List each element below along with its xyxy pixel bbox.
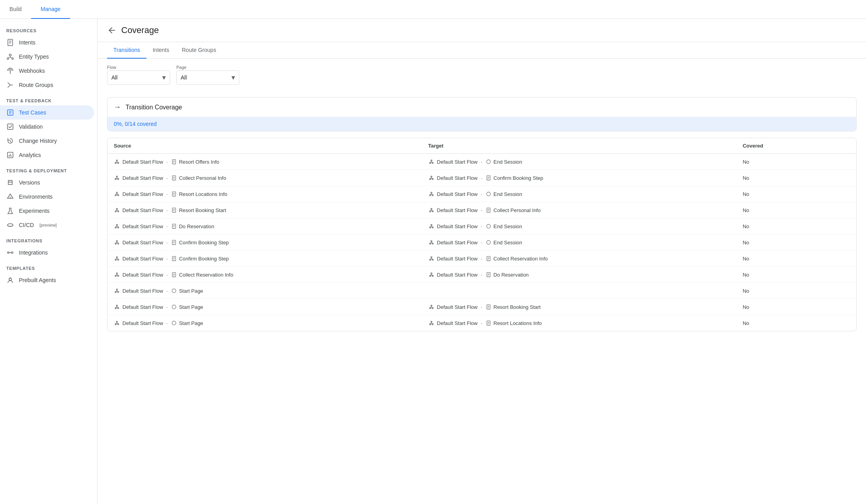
page-name: Collect Personal Info xyxy=(494,207,541,213)
svg-rect-0 xyxy=(8,39,13,46)
svg-point-87 xyxy=(115,211,116,212)
page-title: Coverage xyxy=(121,25,159,35)
svg-point-10 xyxy=(10,70,11,72)
flow-name: Default Start Flow xyxy=(122,191,163,197)
svg-point-70 xyxy=(115,195,116,196)
sidebar-item-environments[interactable]: Environments xyxy=(0,190,94,204)
svg-point-124 xyxy=(115,243,116,244)
flow-icon xyxy=(114,223,120,229)
svg-line-191 xyxy=(117,307,118,308)
flow-select[interactable]: All xyxy=(111,74,162,81)
svg-line-45 xyxy=(430,162,431,162)
page-select[interactable]: All xyxy=(181,74,231,81)
svg-point-41 xyxy=(431,160,432,161)
sidebar-label-entity-types: Entity Types xyxy=(19,54,49,60)
svg-line-126 xyxy=(116,243,117,243)
sidebar-item-validation[interactable]: Validation xyxy=(0,120,94,134)
tab-intents[interactable]: Intents xyxy=(146,42,176,59)
tab-build[interactable]: Build xyxy=(0,0,31,19)
page-name: Confirm Booking Step xyxy=(179,240,229,246)
page-type-icon xyxy=(486,304,491,310)
svg-point-138 xyxy=(487,240,490,244)
svg-line-215 xyxy=(431,323,433,324)
tab-route-groups[interactable]: Route Groups xyxy=(176,42,222,59)
flow-name: Default Start Flow xyxy=(437,191,477,197)
flow-icon xyxy=(114,239,120,246)
page-name: End Session xyxy=(494,159,522,165)
table-row: Default Start Flow - Start Page Default … xyxy=(107,299,856,315)
table-row: Default Start Flow - Resort Offers Info … xyxy=(107,154,856,170)
table-row: Default Start Flow - Confirm Booking Ste… xyxy=(107,234,856,251)
svg-point-172 xyxy=(432,275,433,277)
sidebar-item-route-groups[interactable]: Route Groups xyxy=(0,78,94,92)
page-name: Start Page xyxy=(179,304,203,310)
page-select-wrapper[interactable]: All ▾ xyxy=(176,70,239,85)
sidebar-item-versions[interactable]: Versions xyxy=(0,175,94,190)
sidebar-item-change-history[interactable]: Change History xyxy=(0,134,94,148)
flow-name: Default Start Flow xyxy=(437,240,477,246)
cell-covered: No xyxy=(736,251,856,267)
section-resources: Resources xyxy=(0,22,97,35)
svg-point-195 xyxy=(429,308,431,309)
sidebar-item-prebuilt-agents[interactable]: Prebuilt Agents xyxy=(0,273,94,287)
flow-name: Default Start Flow xyxy=(437,256,477,262)
flow-icon xyxy=(428,255,435,262)
flow-name: Default Start Flow xyxy=(122,304,163,310)
cell-source: Default Start Flow - Resort Booking Star… xyxy=(107,202,422,218)
sidebar-item-test-cases[interactable]: Test Cases xyxy=(0,105,94,120)
back-button[interactable] xyxy=(107,26,117,35)
tab-transitions[interactable]: Transitions xyxy=(107,42,146,59)
page-name: Collect Personal Info xyxy=(179,175,226,181)
integrations-icon xyxy=(6,249,14,257)
page-name: Resort Locations Info xyxy=(179,191,228,197)
page-type-icon xyxy=(486,223,491,229)
flow-icon xyxy=(114,207,120,213)
svg-point-203 xyxy=(116,321,117,322)
page-type-icon xyxy=(171,272,177,277)
svg-line-110 xyxy=(117,227,118,227)
cell-target: Default Start Flow - End Session xyxy=(422,186,736,202)
sidebar-item-experiments[interactable]: Experiments xyxy=(0,204,94,218)
flow-icon xyxy=(428,191,435,197)
sidebar-label-integrations: Integrations xyxy=(19,249,48,256)
section-integrations: Integrations xyxy=(0,232,97,246)
table-row: Default Start Flow - Do Reservation Defa… xyxy=(107,218,856,234)
svg-point-107 xyxy=(115,227,116,228)
test-icon xyxy=(6,109,14,116)
cell-target: Default Start Flow - Confirm Booking Ste… xyxy=(422,170,736,186)
flow-name: Default Start Flow xyxy=(122,223,163,229)
cicd-icon xyxy=(6,221,14,229)
svg-line-119 xyxy=(430,227,431,227)
svg-point-161 xyxy=(115,275,116,277)
sidebar-item-entity-types[interactable]: Entity Types xyxy=(0,50,94,64)
svg-point-50 xyxy=(115,179,116,180)
sidebar-item-analytics[interactable]: Analytics xyxy=(0,148,94,162)
svg-point-81 xyxy=(432,195,433,196)
svg-line-153 xyxy=(430,259,431,259)
svg-point-159 xyxy=(116,273,117,274)
svg-point-6 xyxy=(12,58,13,59)
page-name: Resort Booking Start xyxy=(179,207,226,213)
svg-point-117 xyxy=(429,227,431,228)
page-type-icon xyxy=(486,207,491,213)
svg-point-210 xyxy=(431,321,432,322)
svg-point-28 xyxy=(11,252,13,253)
sidebar-item-intents[interactable]: Intents xyxy=(0,35,94,50)
flow-icon xyxy=(114,304,120,310)
cell-target xyxy=(422,283,736,299)
cell-source: Default Start Flow - Confirm Booking Ste… xyxy=(107,251,422,267)
svg-point-43 xyxy=(429,162,431,164)
svg-point-212 xyxy=(429,324,431,325)
sidebar-item-integrations[interactable]: Integrations xyxy=(0,246,94,260)
table-row: Default Start Flow - Start Page Default … xyxy=(107,315,856,331)
flow-name: Default Start Flow xyxy=(437,175,477,181)
svg-point-151 xyxy=(429,259,431,260)
flow-icon xyxy=(114,255,120,262)
page-type-icon xyxy=(486,159,491,164)
tab-manage[interactable]: Manage xyxy=(31,0,70,19)
flow-select-wrapper[interactable]: All ▾ xyxy=(107,70,170,85)
sidebar-item-webhooks[interactable]: Webhooks xyxy=(0,64,94,78)
cell-covered: No xyxy=(736,234,856,251)
sidebar-item-cicd[interactable]: CI/CD [preview] xyxy=(0,218,94,232)
svg-point-58 xyxy=(431,176,432,177)
